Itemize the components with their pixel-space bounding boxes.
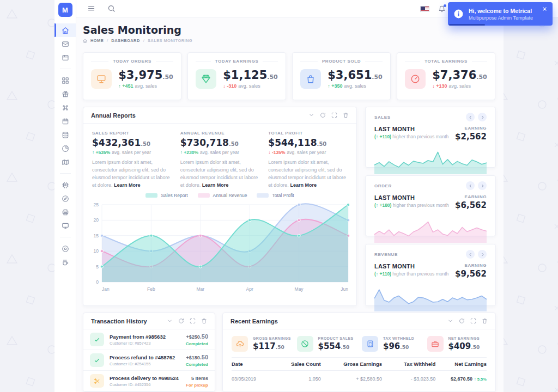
flag-canton: [421, 7, 425, 10]
next-button[interactable]: [478, 250, 487, 259]
annual-stat-total-profit: TOTAL PROFIT $544,118.50 ↓ -135%avg. sal…: [268, 131, 348, 189]
legend-item[interactable]: Annual Revenue: [198, 193, 247, 198]
stat-label: TODAY ORDERS: [91, 59, 173, 64]
earnings-table: Date Sales Count Gross Earnings Tax With…: [232, 357, 487, 387]
breadcrumb-current: SALES MONITORING: [148, 38, 192, 43]
remove-icon[interactable]: [343, 112, 349, 118]
breadcrumb-separator: /: [107, 38, 108, 43]
toast-progress-bar: [449, 24, 485, 26]
expand-icon[interactable]: [470, 318, 476, 324]
svg-text:0: 0: [96, 279, 99, 285]
stat-value: $1,125.50: [223, 70, 278, 81]
coffee-icon: [62, 259, 69, 266]
learn-more-link[interactable]: Learn More: [290, 182, 317, 188]
language-flag[interactable]: [420, 6, 429, 12]
sidebar-item-home[interactable]: [54, 23, 76, 37]
refresh-icon[interactable]: [178, 318, 184, 324]
product-icon-badge: [300, 69, 321, 89]
collapse-icon[interactable]: [167, 318, 173, 324]
annual-stat-desc: Lorem ipsum dolor sit amet, consectetur …: [268, 159, 348, 189]
stat-value: $3,975.50: [118, 70, 173, 81]
prev-button[interactable]: [466, 113, 475, 121]
mini-stat-tax-withheld: TAX WITHHELD $96.50: [362, 336, 422, 352]
sidebar-item-break[interactable]: [54, 255, 76, 269]
sidebar-item-explore[interactable]: [54, 192, 76, 205]
pie-icon: [62, 145, 69, 152]
collapse-icon[interactable]: [447, 318, 453, 324]
sidebar-item-rewards[interactable]: [54, 87, 76, 101]
learn-more-link[interactable]: Learn More: [202, 182, 229, 188]
expand-icon[interactable]: [331, 112, 337, 118]
sidebar-item-components[interactable]: [54, 101, 76, 114]
remove-icon[interactable]: [482, 318, 488, 324]
legend-item[interactable]: Sales Report: [145, 193, 187, 198]
breadcrumb: HOME / DASHBOARD / SALES MONITORING: [83, 38, 192, 43]
collapse-icon[interactable]: [308, 112, 314, 118]
prev-button[interactable]: [466, 181, 475, 190]
notifications-bell[interactable]: [438, 5, 446, 13]
revenue-card: REVENUE LAST MONTH (↑ +110) higher than …: [365, 244, 496, 306]
learn-more-link[interactable]: Learn More: [114, 182, 141, 188]
annual-stat-desc: Lorem ipsum dolor sit amet, consectetur …: [180, 159, 260, 189]
annual-stat-label: SALES REPORT: [92, 131, 172, 136]
app-logo[interactable]: M: [58, 3, 72, 17]
stat-label: PRODUCT SOLD: [300, 59, 383, 64]
expand-icon[interactable]: [190, 318, 196, 324]
svg-text:10: 10: [94, 248, 99, 254]
transaction-status: Completed: [186, 362, 208, 367]
period-label: LAST MONTH: [374, 194, 449, 201]
mini-stat-net-earnings: NET EARNINGS $409.50: [427, 336, 487, 352]
page-title: Sales Monitoring: [83, 24, 181, 36]
cell-net: $2,670.50↑ 5.5%: [435, 376, 487, 382]
transaction-row[interactable]: Payment from #985632 Customer ID: #85742…: [83, 329, 215, 350]
search-icon[interactable]: [107, 4, 116, 13]
mini-stat-gross-earnings: GROSS EARNINGS $117.50: [232, 336, 292, 352]
sidebar-item-database[interactable]: [54, 128, 76, 142]
sidebar-item-help-disc[interactable]: [54, 242, 76, 255]
col-header-date: Date: [232, 361, 277, 367]
card-pager: [466, 250, 487, 259]
mini-stat-label: PRODUCT SALES: [318, 336, 354, 340]
sidebar-item-widgets[interactable]: [54, 74, 76, 87]
earning-label: EARNING: [455, 126, 487, 131]
stat-card-today-orders: TODAY ORDERS $3,975.50 ↑ +451avg. sales: [83, 52, 181, 100]
next-button[interactable]: [478, 181, 487, 190]
mini-stat-label: TAX WITHHELD: [383, 336, 414, 340]
table-header-row: Date Sales Count Gross Earnings Tax With…: [232, 357, 487, 371]
sidebar-item-email[interactable]: [54, 37, 76, 51]
sidebar-item-charts[interactable]: [54, 142, 76, 155]
cell-gross: + $2,580.50: [321, 376, 382, 382]
legend-item[interactable]: Total Profit: [257, 193, 294, 198]
menu-toggle-icon[interactable]: [87, 4, 95, 13]
sidebar-item-print[interactable]: [54, 205, 76, 219]
refresh-icon[interactable]: [459, 318, 465, 324]
sidebar-item-calendar[interactable]: [54, 114, 76, 128]
disc-icon: [62, 245, 69, 253]
refresh-icon[interactable]: [320, 112, 326, 118]
annual-stat-delta: ↑ +230%avg. sales per year: [180, 150, 260, 155]
chevron-left-icon: [469, 115, 472, 119]
mini-stat-product-sales: PRODUCT SALES $554.50: [297, 336, 357, 352]
toast-subtitle: Multipurpose Admin Template: [469, 15, 542, 21]
total-icon-badge: [405, 69, 426, 89]
transaction-row[interactable]: Process refund to #458762 Customer ID: #…: [83, 350, 215, 371]
breadcrumb-dashboard[interactable]: DASHBOARD: [111, 38, 140, 43]
mini-stat-value: $409.50: [448, 341, 480, 351]
prev-button[interactable]: [466, 250, 475, 259]
transaction-customer: Customer ID: #857423: [110, 341, 186, 346]
close-icon[interactable]: [542, 7, 547, 11]
breadcrumb-home[interactable]: HOME: [90, 38, 104, 43]
sidebar-item-maps[interactable]: [54, 155, 76, 169]
sidebar-item-display[interactable]: [54, 219, 76, 232]
breadcrumb-separator: /: [143, 38, 144, 43]
remove-icon[interactable]: [201, 318, 207, 324]
chevron-left-icon: [469, 253, 472, 256]
transaction-row[interactable]: Process delivery to #698524 Customer ID:…: [83, 371, 215, 391]
cpu-icon: [62, 181, 69, 189]
sidebar-item-apps-window[interactable]: [54, 51, 76, 64]
transaction-title: Process refund to #458762: [110, 354, 186, 360]
calculator-icon: [366, 340, 374, 348]
sidebar-item-system[interactable]: [54, 178, 76, 192]
period-label: LAST MONTH: [374, 126, 448, 132]
next-button[interactable]: [478, 113, 487, 121]
